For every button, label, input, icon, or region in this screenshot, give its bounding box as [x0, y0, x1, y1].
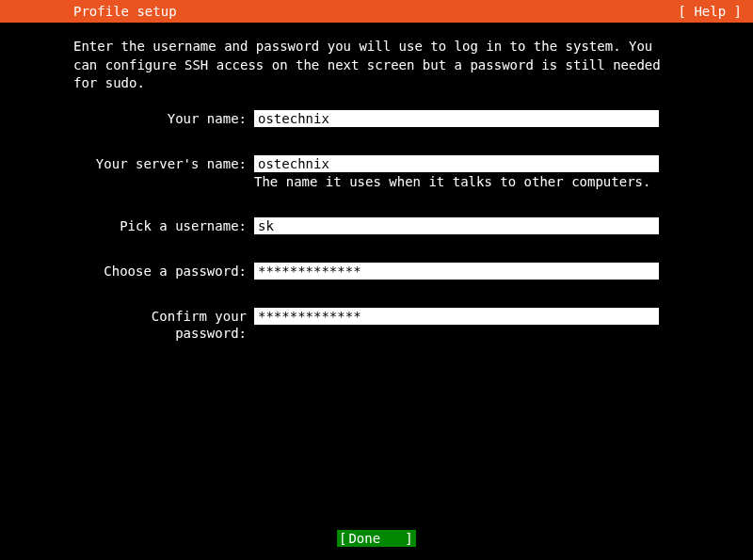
content-area: Enter the username and password you will…	[0, 23, 753, 342]
password-label: Choose a password:	[73, 263, 254, 280]
username-input-wrap	[254, 217, 680, 234]
bracket-right: ]	[405, 531, 412, 546]
your-name-label: Your name:	[73, 110, 254, 127]
done-button[interactable]: [Done]	[337, 530, 416, 547]
page-title: Profile setup	[73, 4, 177, 19]
confirm-password-row: Confirm your password:	[73, 308, 680, 342]
bracket-left: [	[339, 531, 346, 546]
server-name-label: Your server's name:	[73, 155, 254, 172]
password-row: Choose a password:	[73, 263, 680, 280]
password-input-wrap	[254, 263, 680, 280]
confirm-password-label: Confirm your password:	[73, 308, 254, 342]
help-button[interactable]: [ Help ]	[679, 4, 742, 19]
username-label: Pick a username:	[73, 217, 254, 234]
footer: [Done]	[0, 530, 753, 547]
instructions-text: Enter the username and password you will…	[73, 38, 680, 93]
confirm-password-input[interactable]	[254, 308, 659, 325]
server-name-hint: The name it uses when it talks to other …	[254, 174, 680, 189]
confirm-password-input-wrap	[254, 308, 680, 325]
header-bar: Profile setup [ Help ]	[0, 0, 753, 23]
your-name-row: Your name:	[73, 110, 680, 127]
username-row: Pick a username:	[73, 217, 680, 234]
your-name-input[interactable]	[254, 110, 659, 127]
done-label: Done	[348, 531, 380, 546]
server-name-input-wrap: The name it uses when it talks to other …	[254, 155, 680, 189]
server-name-input[interactable]	[254, 155, 659, 172]
password-input[interactable]	[254, 263, 659, 280]
your-name-input-wrap	[254, 110, 680, 127]
server-name-row: Your server's name: The name it uses whe…	[73, 155, 680, 189]
username-input[interactable]	[254, 217, 659, 234]
